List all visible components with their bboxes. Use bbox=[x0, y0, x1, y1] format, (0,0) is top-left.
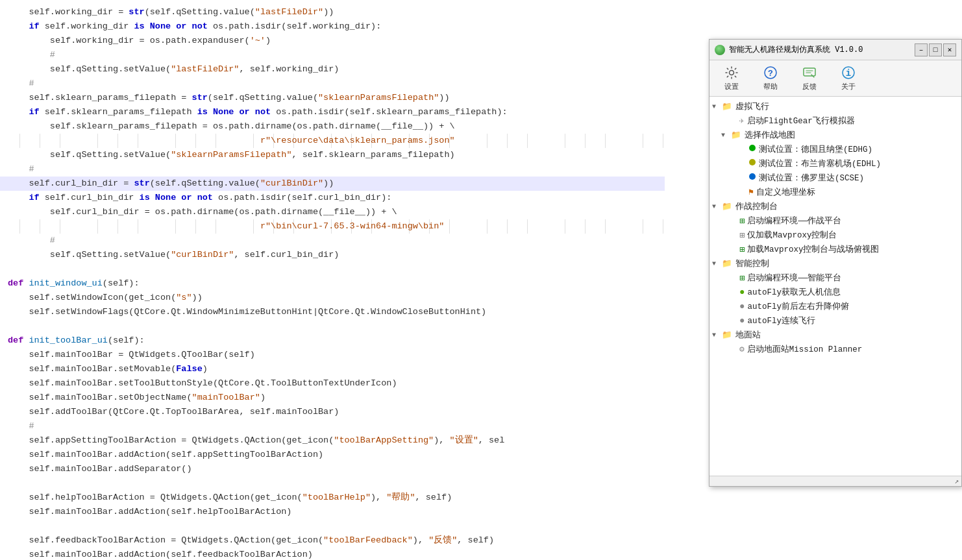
code-line: self.curl_bin_dir = str(self.qSetting.va… bbox=[0, 177, 665, 191]
code-line bbox=[0, 262, 665, 276]
about-toolbar-button[interactable]: i 关于 bbox=[832, 63, 865, 94]
gear-icon bbox=[724, 65, 739, 80]
navigation-tree: ▼ 📁 虚拟飞行 ✈ 启动FlightGear飞行模拟器 ▼ 📁 选择作战地图 … bbox=[709, 97, 961, 476]
virtual-flight-label: 虚拟飞行 bbox=[735, 101, 959, 112]
svg-point-0 bbox=[730, 71, 734, 75]
expand-arrow: ▼ bbox=[712, 103, 721, 110]
tree-item-autofly-get-info[interactable]: ● autoFly获取无人机信息 bbox=[709, 285, 961, 299]
code-line: def init_toolBar_ui(self): bbox=[0, 334, 665, 348]
feedback-toolbar-button[interactable]: 反馈 bbox=[793, 63, 826, 94]
svg-point-6 bbox=[749, 145, 756, 151]
svg-rect-3 bbox=[804, 68, 815, 76]
code-line: # bbox=[0, 234, 665, 248]
loc-custom-label: 自定义地理坐标 bbox=[756, 187, 959, 198]
code-line: self.mainToolBar.addAction(self.appSetti… bbox=[0, 448, 665, 462]
maximize-button[interactable]: □ bbox=[929, 43, 942, 56]
tree-item-mavproxy-view[interactable]: ⊞ 加载Mavproxy控制台与战场俯视图 bbox=[709, 242, 961, 256]
settings-toolbar-button[interactable]: 设置 bbox=[715, 63, 748, 94]
tree-item-loc-edhg[interactable]: 测试位置：德国且纳堡(EDHG) bbox=[709, 142, 961, 156]
window-titlebar[interactable]: 智能无人机路径规划仿真系统 V1.0.0 – □ ✕ bbox=[709, 40, 961, 60]
code-line: self.mainToolBar.setMovable(False) bbox=[0, 362, 665, 376]
tree-item-loc-scse[interactable]: 测试位置：佛罗里达(SCSE) bbox=[709, 171, 961, 185]
code-line bbox=[0, 519, 665, 533]
code-line: self.sklearn_params_filepath = os.path.d… bbox=[0, 119, 665, 134]
tree-item-start-smart-env[interactable]: ⊞ 启动编程环境——智能平台 bbox=[709, 271, 961, 285]
code-line bbox=[0, 319, 665, 334]
code-line: self.working_dir = str(self.qSetting.val… bbox=[0, 5, 665, 19]
autofly2-icon: ● bbox=[739, 301, 745, 311]
gcs-label: 地面站 bbox=[735, 330, 959, 341]
code-line: self.working_dir = os.path.expanduser('~… bbox=[0, 34, 665, 48]
folder-icon: 📁 bbox=[730, 130, 742, 140]
code-line: # bbox=[0, 162, 665, 177]
svg-point-8 bbox=[749, 173, 756, 180]
settings-label: 设置 bbox=[724, 82, 739, 91]
battle-control-label: 作战控制台 bbox=[735, 201, 959, 212]
code-editor: self.working_dir = str(self.qSetting.val… bbox=[0, 0, 665, 560]
tree-item-loc-edhl[interactable]: 测试位置：布兰肯塞机场(EDHL) bbox=[709, 156, 961, 171]
code-line: self.addToolBar(QtCore.Qt.TopToolBarArea… bbox=[0, 405, 665, 419]
start-battle-env-label: 启动编程环境——作战平台 bbox=[747, 215, 959, 226]
expand-arrow: ▼ bbox=[712, 260, 721, 267]
autofly-continuous-label: autoFly连续飞行 bbox=[747, 315, 959, 326]
mavproxy-label: 仅加载Mavproxy控制台 bbox=[747, 230, 959, 241]
start-smart-env-label: 启动编程环境——智能平台 bbox=[747, 273, 959, 284]
tree-item-start-battle-env[interactable]: ⊞ 启动编程环境——作战平台 bbox=[709, 213, 961, 228]
folder-icon: 📁 bbox=[721, 201, 733, 212]
autofly-updown-label: autoFly前后左右升降仰俯 bbox=[747, 301, 959, 312]
code-line: self.mainToolBar.addAction(self.feedback… bbox=[0, 548, 665, 560]
tree-item-autofly-continuous[interactable]: ● autoFly连续飞行 bbox=[709, 313, 961, 328]
expand-arrow: ▼ bbox=[712, 332, 721, 339]
smart-env-icon: ⊞ bbox=[739, 273, 745, 284]
location-dot-green bbox=[748, 144, 756, 154]
mission-planner-icon: ⚙ bbox=[739, 344, 745, 354]
tree-item-start-flightgear[interactable]: ✈ 启动FlightGear飞行模拟器 bbox=[709, 114, 961, 128]
tree-section-smart[interactable]: ▼ 📁 智能控制 bbox=[709, 256, 961, 271]
app-icon bbox=[715, 45, 725, 55]
code-line: # bbox=[0, 419, 665, 433]
location-dot-blue bbox=[748, 173, 756, 183]
code-line: r"\bin\curl-7.65.3-win64-mingw\bin" bbox=[0, 219, 665, 234]
help-label: 帮助 bbox=[763, 82, 778, 91]
tree-item-mission-planner[interactable]: ⚙ 启动地面站Mission Planner bbox=[709, 342, 961, 356]
tree-item-loc-custom[interactable]: ⚑ 自定义地理坐标 bbox=[709, 185, 961, 199]
code-line: self.mainToolBar.setObjectName("mainTool… bbox=[0, 391, 665, 405]
resize-handle[interactable]: ↗ bbox=[954, 477, 959, 485]
custom-location-icon: ⚑ bbox=[748, 187, 754, 197]
window-statusbar: ↗ bbox=[709, 476, 961, 486]
code-line: self.sklearn_params_filepath = str(self.… bbox=[0, 91, 665, 105]
code-line: if self.working_dir is None or not os.pa… bbox=[0, 19, 665, 34]
tree-item-select-map[interactable]: ▼ 📁 选择作战地图 bbox=[709, 128, 961, 142]
mavproxy-icon: ⊞ bbox=[739, 230, 745, 241]
window-title: 智能无人机路径规划仿真系统 V1.0.0 bbox=[729, 44, 913, 55]
feedback-icon bbox=[802, 65, 817, 80]
loc-edhg-label: 测试位置：德国且纳堡(EDHG) bbox=[759, 144, 959, 155]
tree-item-autofly-updown[interactable]: ● autoFly前后左右升降仰俯 bbox=[709, 299, 961, 313]
floating-window: 智能无人机路径规划仿真系统 V1.0.0 – □ ✕ 设置 ? 帮助 bbox=[709, 39, 962, 487]
help-icon: ? bbox=[763, 65, 778, 80]
about-icon: i bbox=[841, 65, 856, 80]
code-line: self.mainToolBar = QtWidgets.QToolBar(se… bbox=[0, 348, 665, 362]
tree-section-gcs[interactable]: ▼ 📁 地面站 bbox=[709, 328, 961, 342]
smart-control-label: 智能控制 bbox=[735, 258, 959, 269]
folder-icon: 📁 bbox=[721, 330, 733, 340]
about-label: 关于 bbox=[841, 82, 856, 91]
code-line: self.mainToolBar.setToolButtonStyle(QtCo… bbox=[0, 376, 665, 391]
code-line: self.qSetting.setValue("curlBinDir", sel… bbox=[0, 248, 665, 262]
help-toolbar-button[interactable]: ? 帮助 bbox=[754, 63, 787, 94]
tree-item-mavproxy[interactable]: ⊞ 仅加载Mavproxy控制台 bbox=[709, 228, 961, 242]
tree-section-battle[interactable]: ▼ 📁 作战控制台 bbox=[709, 199, 961, 213]
autofly-icon: ● bbox=[739, 287, 745, 297]
flightgear-icon: ✈ bbox=[739, 116, 745, 126]
folder-icon: 📁 bbox=[721, 101, 733, 112]
code-line bbox=[0, 476, 665, 491]
mavproxy-view-label: 加载Mavproxy控制台与战场俯视图 bbox=[747, 244, 959, 255]
code-line: self.mainToolBar.addSeparator() bbox=[0, 462, 665, 476]
folder-icon: 📁 bbox=[721, 258, 733, 269]
code-line: if self.curl_bin_dir is None or not os.p… bbox=[0, 191, 665, 205]
close-button[interactable]: ✕ bbox=[943, 43, 956, 56]
tree-section-virtual-flight[interactable]: ▼ 📁 虚拟飞行 bbox=[709, 99, 961, 114]
code-line: self.curl_bin_dir = os.path.dirname(os.p… bbox=[0, 205, 665, 219]
minimize-button[interactable]: – bbox=[915, 43, 928, 56]
expand-arrow: ▼ bbox=[712, 203, 721, 210]
